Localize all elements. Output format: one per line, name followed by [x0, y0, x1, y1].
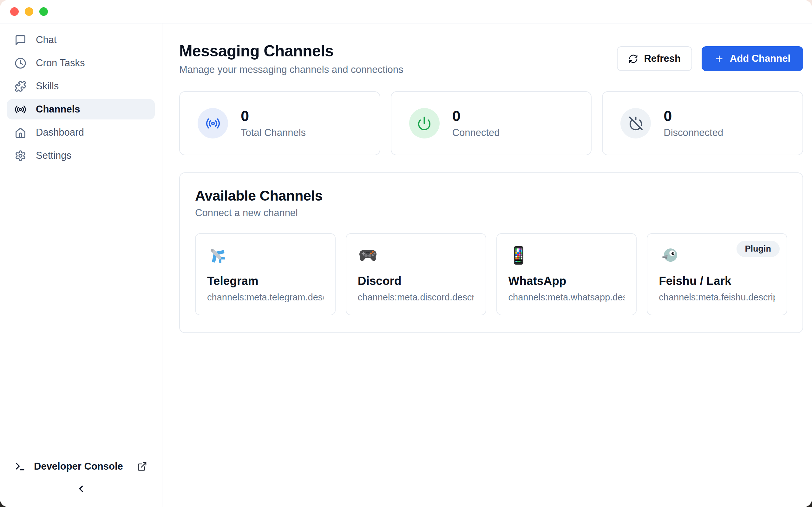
sidebar-item-label: Cron Tasks	[36, 57, 85, 69]
stat-card-disconnected: 0 Disconnected	[602, 91, 803, 155]
channel-name: Discord	[358, 274, 474, 288]
power-icon	[417, 116, 432, 131]
stat-value: 0	[241, 108, 306, 123]
stat-icon-wrap	[409, 108, 440, 138]
channel-card-feishu[interactable]: Plugin Feishu / Lark channels:meta.feish…	[647, 233, 787, 315]
stat-text: 0 Disconnected	[664, 108, 723, 138]
channel-card-whatsapp[interactable]: WhatsApp channels:meta.whatsapp.descript…	[496, 233, 637, 315]
page-title: Messaging Channels	[179, 42, 403, 60]
sidebar-item-label: Dashboard	[36, 127, 84, 138]
gear-icon	[14, 150, 26, 162]
main-content: Messaging Channels Manage your messaging…	[162, 23, 812, 507]
game-controller-emoji	[358, 245, 378, 266]
sidebar-item-settings[interactable]: Settings	[7, 146, 155, 166]
home-icon	[14, 127, 26, 138]
sidebar-item-dashboard[interactable]: Dashboard	[7, 122, 155, 143]
plus-icon	[714, 54, 724, 64]
stat-value: 0	[664, 108, 723, 123]
mobile-phone-emoji	[508, 245, 529, 266]
channel-card-discord[interactable]: Discord channels:meta.discord.descriptio…	[346, 233, 486, 315]
header-actions: Refresh Add Channel	[617, 46, 803, 71]
traffic-lights	[10, 7, 48, 16]
terminal-icon	[14, 461, 26, 472]
refresh-button[interactable]: Refresh	[617, 46, 692, 71]
stat-value: 0	[452, 108, 500, 123]
stat-card-total-channels: 0 Total Channels	[179, 91, 380, 155]
channel-card-telegram[interactable]: Telegram channels:meta.telegram.descript…	[195, 233, 336, 315]
channel-description: channels:meta.telegram.description	[207, 292, 323, 302]
refresh-icon	[628, 54, 638, 64]
add-channel-button-label: Add Channel	[730, 53, 791, 64]
sidebar-item-cron-tasks[interactable]: Cron Tasks	[7, 53, 155, 73]
close-button[interactable]	[10, 7, 19, 16]
maximize-button[interactable]	[39, 7, 48, 16]
sidebar-item-chat[interactable]: Chat	[7, 30, 155, 50]
stat-label: Total Channels	[241, 127, 306, 138]
refresh-button-label: Refresh	[644, 53, 680, 64]
developer-console-label: Developer Console	[34, 461, 123, 472]
sidebar-nav: Chat Cron Tasks Skills Channels Dashboar	[7, 30, 155, 166]
sidebar-item-label: Channels	[36, 104, 80, 115]
stat-card-connected: 0 Connected	[391, 91, 592, 155]
page-header: Messaging Channels Manage your messaging…	[179, 42, 803, 75]
add-channel-button[interactable]: Add Channel	[702, 46, 803, 71]
sidebar: Chat Cron Tasks Skills Channels Dashboar	[0, 23, 162, 507]
collapse-sidebar-button[interactable]	[76, 484, 86, 494]
channel-name: Feishu / Lark	[659, 274, 775, 288]
bird-emoji	[659, 245, 679, 266]
stat-text: 0 Connected	[452, 108, 500, 138]
titlebar	[0, 0, 812, 23]
stats-row: 0 Total Channels 0 Connected	[179, 91, 803, 155]
minimize-button[interactable]	[25, 7, 33, 16]
channel-description: channels:meta.discord.description	[358, 292, 474, 302]
sidebar-item-skills[interactable]: Skills	[7, 76, 155, 96]
open-console-external-button[interactable]	[137, 461, 147, 471]
app-window: Chat Cron Tasks Skills Channels Dashboar	[0, 0, 812, 507]
stat-label: Connected	[452, 127, 500, 138]
sidebar-item-channels[interactable]: Channels	[7, 99, 155, 119]
clock-icon	[14, 57, 26, 69]
radio-icon	[14, 104, 26, 115]
plugin-badge: Plugin	[737, 241, 780, 257]
sidebar-collapse-row	[7, 476, 155, 501]
stat-icon-wrap	[198, 108, 228, 138]
chevron-left-icon	[76, 484, 86, 494]
stat-text: 0 Total Channels	[241, 108, 306, 138]
stat-label: Disconnected	[664, 127, 723, 138]
stat-icon-wrap	[620, 108, 651, 138]
available-channels-panel: Available Channels Connect a new channel	[179, 172, 803, 333]
sidebar-item-label: Settings	[36, 150, 71, 161]
channel-name: WhatsApp	[508, 274, 625, 288]
available-channels-title: Available Channels	[195, 187, 787, 204]
channels-grid: Telegram channels:meta.telegram.descript…	[195, 233, 787, 315]
developer-console-row[interactable]: Developer Console	[7, 456, 155, 476]
external-link-icon	[137, 461, 147, 471]
channel-description: channels:meta.feishu.description	[659, 292, 775, 302]
chat-bubble-icon	[14, 34, 26, 46]
radio-icon	[206, 116, 220, 131]
puzzle-icon	[14, 80, 26, 92]
airplane-emoji	[207, 245, 227, 266]
available-channels-subtitle: Connect a new channel	[195, 207, 787, 219]
sidebar-item-label: Chat	[36, 34, 56, 46]
power-off-icon	[628, 116, 643, 131]
channel-name: Telegram	[207, 274, 323, 288]
channel-description: channels:meta.whatsapp.description	[508, 292, 625, 302]
sidebar-item-label: Skills	[36, 80, 59, 92]
page-subtitle: Manage your messaging channels and conne…	[179, 64, 403, 75]
page-header-text: Messaging Channels Manage your messaging…	[179, 42, 403, 75]
